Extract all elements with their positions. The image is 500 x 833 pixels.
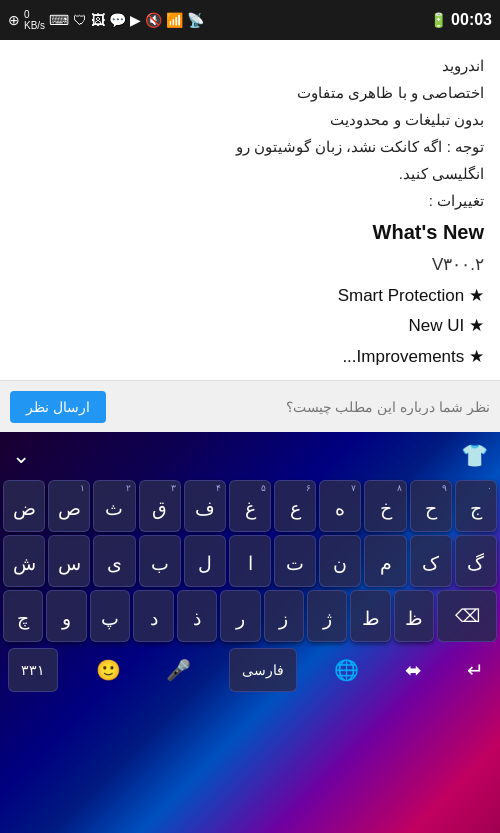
chat-icon: 💬	[109, 12, 126, 28]
key-س[interactable]: س	[48, 535, 90, 587]
key-ز[interactable]: ز	[264, 590, 304, 642]
keyboard-collapse-icon[interactable]: ⌄	[12, 443, 30, 469]
key-row-3: چ و پ د ذ ر ز ژ ط ظ ⌫	[0, 590, 500, 642]
feature-smart-protection: ★ Smart Protection	[16, 281, 484, 312]
key-ض[interactable]: ض	[3, 480, 45, 532]
keyboard-shirt-icon[interactable]: 👕	[461, 443, 488, 469]
key-ک[interactable]: ک	[410, 535, 452, 587]
key-ظ[interactable]: ظ	[394, 590, 434, 642]
key-ع[interactable]: ۶ع	[274, 480, 316, 532]
key-چ[interactable]: چ	[3, 590, 43, 642]
content-line-3: بدون تبلیغات و محدودیت	[16, 106, 484, 133]
key-row-2: ش س ی ب ل ا ت ن م ک گ	[0, 535, 500, 587]
comment-bar: ارسال نظر	[0, 380, 500, 432]
feature-improvements: ★ Improvements...	[16, 342, 484, 373]
content-line-4: توجه : اگه کانکت نشد، زبان گوشیتون رو	[16, 133, 484, 160]
signal-icon: 📡	[187, 12, 204, 28]
space-key[interactable]: فارسی	[229, 648, 297, 692]
key-و[interactable]: و	[46, 590, 86, 642]
cursor-arrows-icon[interactable]: ⬌	[397, 650, 430, 690]
key-ا[interactable]: ا	[229, 535, 271, 587]
key-ط[interactable]: ط	[350, 590, 390, 642]
add-icon: ⊕	[8, 12, 20, 28]
key-گ[interactable]: گ	[455, 535, 497, 587]
kb-speed: 0KB/s	[24, 9, 45, 31]
key-ق[interactable]: ۳ق	[139, 480, 181, 532]
key-ص[interactable]: ۱ص	[48, 480, 90, 532]
key-ث[interactable]: ۲ث	[93, 480, 135, 532]
key-ن[interactable]: ن	[319, 535, 361, 587]
key-ذ[interactable]: ذ	[177, 590, 217, 642]
version-text: V۳۰۰.۲	[16, 250, 484, 281]
image-icon: 🖼	[91, 12, 105, 28]
key-ی[interactable]: ی	[93, 535, 135, 587]
clock: 00:03	[451, 11, 492, 29]
keyboard-top-bar: ⌄ 👕	[0, 432, 500, 480]
text-content: اندروید اختصاصی و با ظاهری متفاوت بدون ت…	[0, 40, 500, 380]
key-ج[interactable]: ۰ج	[455, 480, 497, 532]
key-ب[interactable]: ب	[139, 535, 181, 587]
key-پ[interactable]: پ	[90, 590, 130, 642]
keyboard-area: ⌄ 👕 ض ۱ص ۲ث ۳ق ۴ف ۵غ ۶ع ۷ه ۸خ ۹ح ۰ج ش س …	[0, 432, 500, 833]
key-غ[interactable]: ۵غ	[229, 480, 271, 532]
key-د[interactable]: د	[133, 590, 173, 642]
content-line-5: انگلیسی کنید.	[16, 160, 484, 187]
send-button[interactable]: ارسال نظر	[10, 391, 106, 423]
key-ه[interactable]: ۷ه	[319, 480, 361, 532]
keyboard-icon: ⌨	[49, 12, 69, 28]
content-line-6: تغییرات :	[16, 187, 484, 214]
feature-new-ui: ★ New UI	[16, 311, 484, 342]
key-ر[interactable]: ر	[220, 590, 260, 642]
content-line-1: اندروید	[16, 52, 484, 79]
comment-input[interactable]	[116, 399, 490, 415]
shield-icon: 🛡	[73, 12, 87, 28]
backspace-key[interactable]: ⌫	[437, 590, 497, 642]
key-ح[interactable]: ۹ح	[410, 480, 452, 532]
status-bar: ⊕ 0KB/s ⌨ 🛡 🖼 💬 ▶ 🔇 📶 📡 🔋 00:03	[0, 0, 500, 40]
whats-new-title: What's New	[16, 214, 484, 250]
enter-key[interactable]: ↵	[459, 650, 492, 690]
key-ف[interactable]: ۴ف	[184, 480, 226, 532]
key-ژ[interactable]: ژ	[307, 590, 347, 642]
key-row-1: ض ۱ص ۲ث ۳ق ۴ف ۵غ ۶ع ۷ه ۸خ ۹ح ۰ج	[0, 480, 500, 532]
globe-icon[interactable]: 🌐	[326, 650, 367, 690]
mic-icon[interactable]: 🎤	[158, 650, 199, 690]
content-line-2: اختصاصی و با ظاهری متفاوت	[16, 79, 484, 106]
status-left-icons: ⊕ 0KB/s ⌨ 🛡 🖼 💬 ▶ 🔇 📶 📡	[8, 9, 204, 31]
play-icon: ▶	[130, 12, 141, 28]
emoji-icon[interactable]: 🙂	[88, 650, 129, 690]
wifi-icon: 📶	[166, 12, 183, 28]
key-خ[interactable]: ۸خ	[364, 480, 406, 532]
mute-icon: 🔇	[145, 12, 162, 28]
key-ت[interactable]: ت	[274, 535, 316, 587]
content-area: اندروید اختصاصی و با ظاهری متفاوت بدون ت…	[0, 40, 500, 380]
status-right: 🔋 00:03	[430, 11, 492, 29]
number-switch-button[interactable]: ۳۳۱	[8, 648, 58, 692]
battery-icon: 🔋	[430, 12, 447, 28]
keyboard-bottom-bar: ۳۳۱ 🙂 🎤 فارسی 🌐 ⬌ ↵	[0, 645, 500, 695]
key-م[interactable]: م	[364, 535, 406, 587]
key-ش[interactable]: ش	[3, 535, 45, 587]
key-ل[interactable]: ل	[184, 535, 226, 587]
